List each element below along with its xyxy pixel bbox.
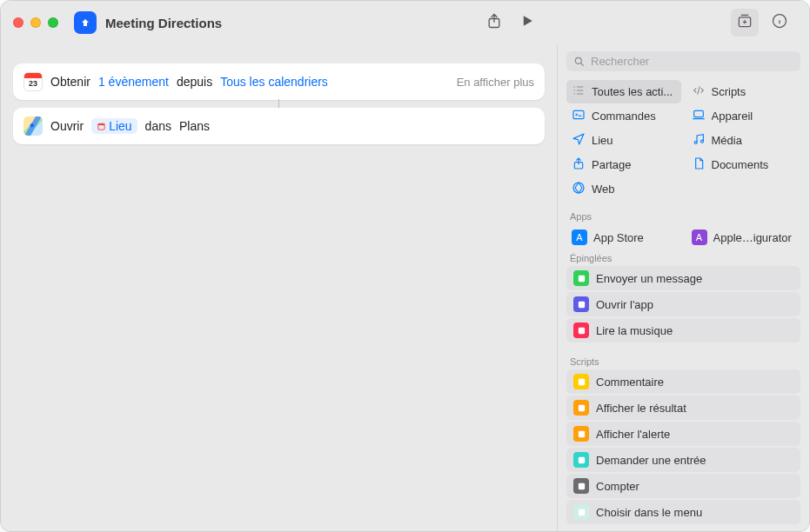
action-icon xyxy=(573,478,589,494)
scripts-list: CommentaireAfficher le résultatAfficher … xyxy=(558,369,809,531)
category-web[interactable]: Web xyxy=(566,177,681,201)
action-prep: depuis xyxy=(177,75,212,89)
action-icon xyxy=(573,504,589,520)
action-param[interactable]: 1 évènement xyxy=(98,75,169,89)
category-device[interactable]: Appareil xyxy=(686,104,801,128)
maps-icon xyxy=(23,116,43,136)
search-input[interactable] xyxy=(591,55,793,68)
svg-point-8 xyxy=(694,142,697,144)
action-open-maps[interactable]: Ouvrir Lieu dans Plans xyxy=(13,108,545,144)
calendar-icon: 23 xyxy=(23,72,43,91)
action-icon xyxy=(573,426,589,442)
category-label: Documents xyxy=(712,158,769,171)
list-icon xyxy=(572,83,586,100)
terminal-icon xyxy=(572,108,586,124)
library-icon[interactable] xyxy=(731,9,759,37)
list-item[interactable]: Afficher l'alerte xyxy=(566,422,800,446)
svg-rect-18 xyxy=(578,456,584,462)
app-icon: A xyxy=(692,229,707,245)
category-label: Lieu xyxy=(592,134,613,147)
scripts-icon xyxy=(692,83,706,100)
category-label: Scripts xyxy=(712,85,746,98)
pinned-list: Envoyer un messageOuvrir l'appLire la mu… xyxy=(558,266,809,349)
apps-header: Apps xyxy=(558,204,809,224)
list-item[interactable]: Lire la musique xyxy=(566,318,800,342)
calendar-small-icon xyxy=(97,122,106,131)
app-item[interactable]: AApple…igurator xyxy=(686,226,801,246)
connector xyxy=(278,99,279,108)
category-document[interactable]: Documents xyxy=(686,153,801,176)
info-icon[interactable] xyxy=(771,12,788,33)
list-label: Lire la musique xyxy=(596,324,673,337)
list-label: Afficher le résultat xyxy=(596,402,686,415)
share-icon[interactable] xyxy=(485,12,503,33)
category-list[interactable]: Toutes les acti... xyxy=(566,80,681,103)
svg-rect-13 xyxy=(578,301,584,307)
svg-rect-19 xyxy=(578,482,584,489)
action-target[interactable]: Tous les calendriers xyxy=(220,75,328,89)
category-label: Partage xyxy=(592,158,632,171)
list-item[interactable]: Demander une entrée xyxy=(566,448,800,472)
list-item[interactable]: Choisir dans le menu xyxy=(566,500,800,524)
action-icon xyxy=(573,374,589,389)
category-terminal[interactable]: Commandes xyxy=(566,104,681,128)
category-media[interactable]: Média xyxy=(686,129,801,152)
action-icon xyxy=(573,452,589,468)
action-verb: Obtenir xyxy=(50,75,90,89)
list-item[interactable]: Compter xyxy=(566,474,800,498)
category-label: Toutes les acti... xyxy=(592,85,673,98)
svg-rect-20 xyxy=(578,509,584,515)
device-icon xyxy=(692,108,706,124)
show-more-link[interactable]: En afficher plus xyxy=(457,76,534,89)
run-icon[interactable] xyxy=(519,12,536,33)
list-label: Ouvrir l'app xyxy=(596,298,653,311)
svg-rect-14 xyxy=(578,327,584,333)
document-icon xyxy=(692,156,706,173)
list-label: Afficher l'alerte xyxy=(596,428,670,441)
category-location[interactable]: Lieu xyxy=(566,129,681,152)
app-item[interactable]: AApp Store xyxy=(566,226,681,246)
sidebar: Toutes les acti...ScriptsCommandesAppare… xyxy=(557,44,809,531)
action-icon xyxy=(573,296,589,312)
list-item[interactable]: Commentaire xyxy=(566,369,800,394)
search-field[interactable] xyxy=(566,51,800,71)
search-icon xyxy=(573,56,586,68)
action-verb: Ouvrir xyxy=(50,119,84,133)
close-window[interactable] xyxy=(13,17,23,28)
minimize-window[interactable] xyxy=(30,17,41,28)
list-item[interactable]: Envoyer un message xyxy=(566,266,800,290)
window-controls xyxy=(13,17,58,28)
list-item[interactable]: Afficher le résultat xyxy=(566,396,800,420)
svg-rect-16 xyxy=(578,404,584,410)
category-share[interactable]: Partage xyxy=(566,153,681,176)
location-variable-tag[interactable]: Lieu xyxy=(91,118,137,134)
action-target: Plans xyxy=(179,119,210,133)
app-label: App Store xyxy=(593,231,644,244)
share-icon xyxy=(572,156,586,173)
category-scripts[interactable]: Scripts xyxy=(686,80,801,103)
app-window: Meeting Directions 23 Obtenir 1 évènemen… xyxy=(0,0,810,532)
workflow-canvas[interactable]: 23 Obtenir 1 évènement depuis Tous les c… xyxy=(1,44,557,531)
location-icon xyxy=(572,132,586,149)
app-label: Apple…igurator xyxy=(713,231,792,244)
svg-rect-12 xyxy=(578,275,584,281)
page-title: Meeting Directions xyxy=(105,16,485,30)
scripts-header: Scripts xyxy=(558,349,809,369)
svg-point-5 xyxy=(575,57,581,63)
list-label: Compter xyxy=(596,480,639,493)
zoom-window[interactable] xyxy=(48,17,58,28)
list-label: Commentaire xyxy=(596,376,664,389)
category-label: Web xyxy=(592,183,615,196)
list-item[interactable]: Ouvrir l'app xyxy=(566,292,800,316)
web-icon xyxy=(572,181,586,197)
app-icon: A xyxy=(572,229,587,245)
action-icon xyxy=(573,400,589,416)
svg-rect-7 xyxy=(693,110,703,116)
content: 23 Obtenir 1 évènement depuis Tous les c… xyxy=(1,44,809,531)
action-prep: dans xyxy=(145,119,171,133)
category-label: Commandes xyxy=(592,110,656,123)
titlebar: Meeting Directions xyxy=(1,1,809,44)
svg-point-9 xyxy=(700,140,703,143)
category-label: Média xyxy=(712,134,742,147)
action-get-events[interactable]: 23 Obtenir 1 évènement depuis Tous les c… xyxy=(13,63,545,100)
